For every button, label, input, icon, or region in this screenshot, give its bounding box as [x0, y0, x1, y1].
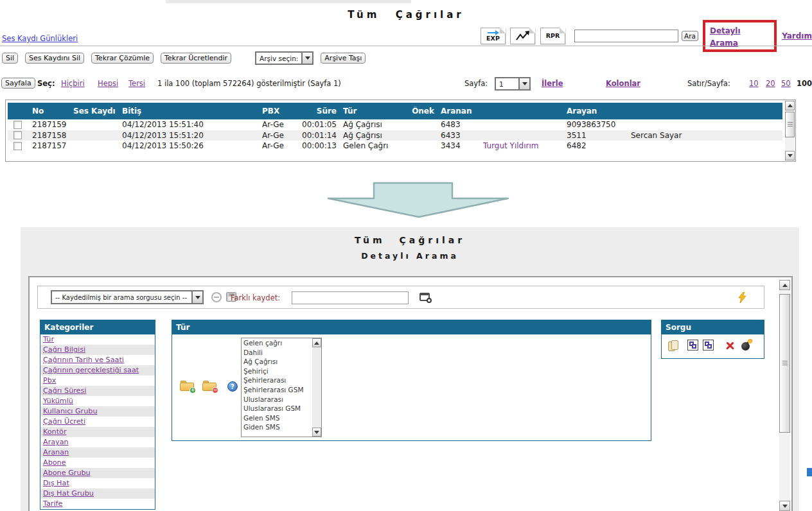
- remove-saved-query-icon[interactable]: [211, 292, 222, 302]
- category-link-tarih-saat[interactable]: Çağrının Tarih ve Saati: [40, 355, 155, 365]
- scroll-thumb[interactable]: [779, 294, 790, 433]
- help-link[interactable]: Yardım: [782, 31, 812, 40]
- col-bitis[interactable]: Bitiş: [117, 107, 257, 116]
- scroll-up-button[interactable]: [785, 101, 795, 110]
- delete-recording-button[interactable]: Ses Kaydını Sil: [25, 53, 84, 64]
- cell-aranan-ad[interactable]: Turgut Yıldırım: [478, 141, 561, 150]
- tur-header: Tür: [172, 320, 651, 334]
- col-arayan[interactable]: Arayan: [561, 107, 782, 116]
- tur-criteria-panel: Tür + − ? Gelen çağrı: [172, 320, 651, 441]
- move-to-archive-button[interactable]: Arşive Taşı: [321, 53, 366, 64]
- row-checkbox[interactable]: [13, 121, 22, 129]
- new-window-icon[interactable]: [419, 293, 430, 301]
- voice-log-link[interactable]: Ses Kaydı Günlükleri: [2, 34, 78, 43]
- category-link-gerceklestigi-saat[interactable]: Çağrının gerçekleştiği saat: [40, 365, 155, 376]
- go-link[interactable]: İlerle: [542, 79, 563, 88]
- run-query-lightning-icon[interactable]: [737, 292, 747, 303]
- rows-20-link[interactable]: 20: [766, 79, 775, 88]
- category-link-cagri-bilgisi[interactable]: Çağrı Bilgisi: [40, 345, 155, 355]
- copy-query-icon[interactable]: [703, 340, 714, 351]
- scroll-down-button[interactable]: [785, 151, 795, 160]
- category-link-abone[interactable]: Abone: [40, 458, 155, 468]
- row-checkbox[interactable]: [13, 131, 22, 139]
- category-link-arayan[interactable]: Arayan: [40, 437, 155, 447]
- export-icon[interactable]: EXP: [481, 28, 506, 44]
- rows-10-link[interactable]: 10: [749, 79, 759, 88]
- listbox-option[interactable]: Gelen SMS: [242, 413, 312, 423]
- query-body: [661, 334, 764, 359]
- listbox-option[interactable]: Uluslararası GSM: [242, 404, 312, 413]
- category-link-cagri-suresi[interactable]: Çağrı Süresi: [40, 386, 155, 396]
- scroll-up-button[interactable]: [779, 280, 790, 290]
- scroll-down-button[interactable]: [312, 428, 321, 437]
- scroll-down-button[interactable]: [779, 501, 790, 511]
- col-pbx[interactable]: PBX: [257, 107, 293, 116]
- category-link-tarife[interactable]: Tarife: [40, 499, 155, 509]
- category-link-abone-grubu[interactable]: Abone Grubu: [40, 468, 155, 478]
- category-link-tur[interactable]: Tür: [40, 334, 155, 345]
- delete-query-icon[interactable]: [725, 341, 735, 350]
- col-sure[interactable]: Süre: [293, 107, 338, 116]
- chart-icon[interactable]: [510, 28, 535, 44]
- saved-query-select[interactable]: -- Kaydedilmiş bir arama sorgusu seçin -…: [51, 290, 204, 304]
- paginate-button[interactable]: Sayfala: [1, 78, 35, 89]
- listbox-scrollbar[interactable]: [312, 338, 321, 437]
- reset-query-bomb-icon[interactable]: [741, 339, 752, 351]
- page-select[interactable]: 1: [495, 77, 531, 91]
- listbox-option[interactable]: Dahili: [242, 348, 312, 358]
- listbox-option[interactable]: Ağ Çağrısı: [242, 357, 312, 367]
- page-fold: [500, 28, 506, 33]
- listbox-option[interactable]: Şehiriçi: [242, 367, 312, 376]
- col-onek[interactable]: Önek: [406, 107, 436, 116]
- category-link-dis-hat[interactable]: Dış Hat: [40, 478, 155, 489]
- reparse-button[interactable]: Tekrar Çözümle: [91, 53, 154, 64]
- archive-select[interactable]: Arşiv seçin:: [255, 51, 313, 65]
- chevron-down-icon[interactable]: [191, 291, 202, 303]
- category-link-cagri-ucreti[interactable]: Çağrı Ücreti: [40, 417, 155, 427]
- delete-button[interactable]: Sil: [2, 53, 18, 64]
- listbox-option[interactable]: Şehirlerarası GSM: [242, 385, 312, 395]
- category-link-yukumlu[interactable]: Yükümlü: [40, 396, 155, 406]
- save-as-input[interactable]: [292, 291, 409, 304]
- copy-query-icon[interactable]: [687, 340, 698, 351]
- add-folder-icon[interactable]: +: [180, 381, 194, 392]
- minus-badge: −: [212, 387, 218, 394]
- panel-scrollbar[interactable]: [779, 280, 790, 511]
- chevron-down-icon[interactable]: [301, 53, 312, 64]
- rows-50-link[interactable]: 50: [781, 79, 791, 88]
- help-icon[interactable]: ?: [227, 381, 238, 392]
- listbox-option[interactable]: Uluslararası: [242, 395, 312, 404]
- table-scrollbar[interactable]: [785, 101, 795, 160]
- listbox-option[interactable]: Şehirlerarası: [242, 376, 312, 385]
- category-link-kullanici-grubu[interactable]: Kullanıcı Grubu: [40, 406, 155, 417]
- cell-aranan: 6483: [436, 120, 478, 129]
- call-type-listbox[interactable]: Gelen çağrı Dahili Ağ Çağrısı Şehiriçi Ş…: [241, 338, 322, 437]
- scroll-thumb[interactable]: [785, 112, 795, 137]
- row-checkbox[interactable]: [13, 142, 22, 150]
- col-ses-kaydi[interactable]: Ses Kaydı: [68, 107, 117, 116]
- listbox-option[interactable]: Gelen çağrı: [242, 338, 312, 348]
- category-link-aranan[interactable]: Aranan: [40, 447, 155, 458]
- cell-arayan: 3511: [561, 131, 626, 140]
- chevron-down-icon[interactable]: [518, 78, 529, 89]
- rebill-button[interactable]: Tekrar Ücretlendir: [161, 53, 231, 64]
- search-button[interactable]: Ara: [682, 31, 698, 41]
- remove-folder-icon[interactable]: −: [202, 381, 216, 392]
- category-link-dis-hat-grubu[interactable]: Dış Hat Grubu: [40, 489, 155, 499]
- window-top-strip: [166, 0, 411, 3]
- col-no[interactable]: No: [27, 107, 68, 116]
- columns-link[interactable]: Kolonlar: [606, 79, 640, 88]
- report-icon[interactable]: RPR: [540, 28, 565, 44]
- col-tur[interactable]: Tür: [338, 107, 406, 116]
- select-invert-link[interactable]: Tersi: [128, 79, 145, 88]
- scroll-up-button[interactable]: [312, 338, 321, 347]
- listbox-option[interactable]: Giden SMS: [242, 422, 312, 432]
- search-input[interactable]: [574, 30, 678, 42]
- detail-search-link[interactable]: Detaylı Arama: [710, 26, 741, 48]
- select-all-link[interactable]: Hepsi: [98, 79, 118, 88]
- category-link-pbx[interactable]: Pbx: [40, 376, 155, 386]
- open-query-icon[interactable]: [668, 340, 679, 352]
- select-none-link[interactable]: Hiçbiri: [61, 79, 85, 88]
- col-aranan[interactable]: Aranan: [436, 107, 561, 116]
- category-link-kontor[interactable]: Kontör: [40, 427, 155, 437]
